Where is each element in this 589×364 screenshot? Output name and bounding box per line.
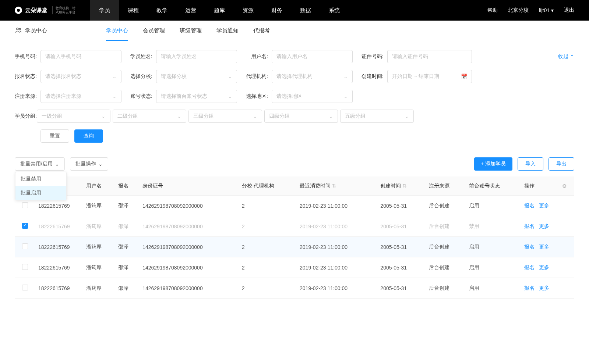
filter-select[interactable]: 请选择注册来源⌄ [40, 90, 121, 103]
batch-toggle-dropdown[interactable]: 批量禁用/启用 ⌄ 批量禁用 批量启用 [15, 157, 65, 171]
sub-tab[interactable]: 学员通知 [216, 21, 239, 41]
col-create-time[interactable]: 创建时间 ⇅ [377, 176, 426, 196]
cell-consume: 2019-02-23 11:00:00 [297, 278, 377, 299]
row-checkbox[interactable] [22, 264, 28, 270]
cell-create: 2005-05-31 [377, 257, 426, 278]
sub-tab[interactable]: 学员中心 [106, 21, 128, 41]
row-enroll-link[interactable]: 报名 [524, 223, 535, 229]
group-select[interactable]: 一级分组⌄ [37, 110, 110, 123]
row-enroll-link[interactable]: 报名 [524, 264, 535, 270]
cell-phone: 18222615769 [35, 257, 83, 278]
filter-input[interactable]: 请输入学员姓名 [156, 50, 237, 63]
row-enroll-link[interactable]: 报名 [524, 285, 535, 291]
row-checkbox[interactable] [22, 223, 28, 229]
chevron-down-icon: ⌄ [112, 93, 117, 99]
cell-create: 2005-05-31 [377, 237, 426, 257]
logo: 云朵课堂 教育机构一站式服务云平台 [15, 6, 75, 14]
branch-link[interactable]: 北京分校 [508, 7, 529, 14]
sub-tab[interactable]: 会员管理 [143, 21, 165, 41]
filter-label: 选择分校: [130, 73, 152, 80]
group-select[interactable]: 二级分组⌄ [113, 110, 186, 123]
main-nav-item[interactable]: 财务 [262, 0, 291, 21]
row-more-link[interactable]: 更多 [539, 264, 549, 270]
filter-select[interactable]: 请选择报名状态⌄ [40, 70, 121, 83]
top-nav: 云朵课堂 教育机构一站式服务云平台 学员课程教学运营题库资源财务数据系统 帮助 … [0, 0, 589, 21]
table-row: 18222615769潘筠厚邵泽142629198708092000000220… [15, 237, 574, 257]
group-select[interactable]: 四级分组⌄ [264, 110, 338, 123]
main-nav-item[interactable]: 运营 [176, 0, 205, 21]
logout-link[interactable]: 退出 [564, 7, 574, 14]
batch-disable-option[interactable]: 批量禁用 [15, 172, 66, 186]
filter-select[interactable]: 请选择分校⌄ [156, 70, 237, 83]
reset-button[interactable]: 重置 [40, 129, 69, 143]
filter-input[interactable]: 请输入证件号码 [387, 50, 472, 63]
row-more-link[interactable]: 更多 [539, 244, 549, 250]
table-row: 18222615769潘筠厚邵泽142629198708092000000220… [15, 196, 574, 216]
cell-consume: 2019-02-23 11:00:00 [297, 237, 377, 257]
sort-icon: ⇅ [332, 183, 336, 189]
col-source: 注册来源 [426, 176, 466, 196]
filter-input[interactable]: 请输入用户名 [272, 50, 353, 63]
batch-enable-option[interactable]: 批量启用 [15, 186, 66, 200]
main-nav-item[interactable]: 课程 [119, 0, 148, 21]
import-button[interactable]: 导入 [518, 157, 543, 171]
sub-tab[interactable]: 代报考 [253, 21, 270, 41]
batch-action-dropdown[interactable]: 批量操作 ⌄ [70, 157, 108, 171]
students-table: 用户名 报名 身份证号 分校-代理机构 最近消费时间 ⇅ 创建时间 ⇅ 注册来源… [0, 176, 589, 299]
query-button[interactable]: 查询 [74, 129, 103, 143]
main-nav-item[interactable]: 系统 [320, 0, 349, 21]
col-consume-time[interactable]: 最近消费时间 ⇅ [297, 176, 377, 196]
help-link[interactable]: 帮助 [487, 7, 498, 14]
row-enroll-link[interactable]: 报名 [524, 203, 535, 208]
main-nav-item[interactable]: 题库 [205, 0, 234, 21]
filter-label: 报名状态: [15, 73, 37, 80]
row-more-link[interactable]: 更多 [539, 285, 549, 291]
filter-field: 账号状态:请选择前台账号状态⌄ [130, 90, 237, 103]
main-nav-item[interactable]: 学员 [90, 0, 119, 21]
filter-label: 证件号码: [361, 53, 384, 60]
cell-username: 潘筠厚 [83, 196, 115, 216]
group-select[interactable]: 三级分组⌄ [188, 110, 262, 123]
cell-username: 潘筠厚 [83, 216, 115, 237]
cell-branch: 2 [239, 216, 297, 237]
logo-icon [15, 7, 22, 14]
collapse-filters[interactable]: 收起 ⌃ [558, 53, 574, 60]
row-checkbox[interactable] [22, 285, 28, 290]
add-student-button[interactable]: + 添加学员 [474, 157, 512, 171]
cell-branch: 2 [239, 237, 297, 257]
filter-select[interactable]: 请选择前台账号状态⌄ [156, 90, 237, 103]
logo-text: 云朵课堂 [25, 7, 47, 14]
export-button[interactable]: 导出 [549, 157, 574, 171]
cell-id: 142629198708092000000 [140, 257, 239, 278]
user-dropdown[interactable]: lijt01▾ [539, 7, 554, 13]
filter-input[interactable]: 请输入手机号码 [40, 50, 121, 63]
filter-select[interactable]: 请选择地区⌄ [272, 90, 353, 103]
main-nav-item[interactable]: 教学 [148, 0, 176, 21]
table-row: 18222615769潘筠厚邵泽142629198708092000000220… [15, 278, 574, 299]
chevron-down-icon: ⌄ [101, 113, 106, 119]
main-nav-item[interactable]: 数据 [291, 0, 320, 21]
logo-subtitle: 教育机构一站式服务云平台 [52, 6, 75, 14]
row-enroll-link[interactable]: 报名 [524, 244, 535, 250]
table-settings[interactable]: ⚙ [549, 176, 574, 196]
filter-field: 创建时间:开始日期 ~ 结束日期📅 [361, 70, 472, 83]
date-range-picker[interactable]: 开始日期 ~ 结束日期📅 [387, 70, 472, 83]
filter-field: 注册来源:请选择注册来源⌄ [15, 90, 121, 103]
cell-id: 142629198708092000000 [140, 196, 239, 216]
cell-source: 后台创建 [426, 216, 466, 237]
cell-source: 后台创建 [426, 278, 466, 299]
chevron-down-icon: ⌄ [228, 93, 232, 99]
cell-source: 后台创建 [426, 196, 466, 216]
row-checkbox[interactable] [22, 202, 28, 208]
row-checkbox[interactable] [22, 243, 28, 249]
sub-tab[interactable]: 班级管理 [180, 21, 202, 41]
table-header-row: 用户名 报名 身份证号 分校-代理机构 最近消费时间 ⇅ 创建时间 ⇅ 注册来源… [15, 176, 574, 196]
filter-select[interactable]: 请选择代理机构⌄ [272, 70, 353, 83]
cell-status: 启用 [466, 257, 521, 278]
filter-field: 报名状态:请选择报名状态⌄ [15, 70, 121, 83]
row-more-link[interactable]: 更多 [539, 203, 549, 208]
row-more-link[interactable]: 更多 [539, 223, 549, 229]
group-select[interactable]: 五级分组⌄ [340, 110, 414, 123]
table-row: 18222615769潘筠厚邵泽142629198708092000000220… [15, 257, 574, 278]
main-nav-item[interactable]: 资源 [234, 0, 262, 21]
